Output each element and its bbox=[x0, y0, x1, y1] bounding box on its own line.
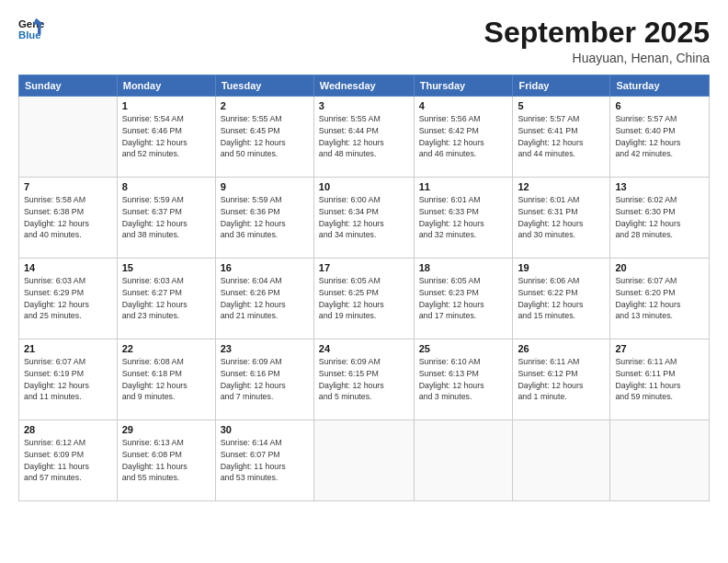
calendar-week-row: 14Sunrise: 6:03 AM Sunset: 6:29 PM Dayli… bbox=[19, 259, 710, 339]
table-row: 29Sunrise: 6:13 AM Sunset: 6:08 PM Dayli… bbox=[117, 420, 215, 501]
table-row: 26Sunrise: 6:11 AM Sunset: 6:12 PM Dayli… bbox=[513, 339, 610, 420]
day-number: 11 bbox=[419, 181, 508, 192]
calendar-week-row: 7Sunrise: 5:58 AM Sunset: 6:38 PM Daylig… bbox=[19, 178, 710, 259]
day-number: 18 bbox=[419, 262, 508, 273]
day-info: Sunrise: 5:59 AM Sunset: 6:36 PM Dayligh… bbox=[221, 194, 309, 241]
table-row: 4Sunrise: 5:56 AM Sunset: 6:42 PM Daylig… bbox=[414, 97, 513, 178]
day-number: 14 bbox=[24, 262, 112, 273]
day-info: Sunrise: 5:56 AM Sunset: 6:42 PM Dayligh… bbox=[419, 113, 508, 160]
day-info: Sunrise: 6:12 AM Sunset: 6:09 PM Dayligh… bbox=[24, 437, 112, 484]
day-info: Sunrise: 5:55 AM Sunset: 6:45 PM Dayligh… bbox=[221, 113, 309, 160]
table-row: 21Sunrise: 6:07 AM Sunset: 6:19 PM Dayli… bbox=[19, 339, 118, 420]
day-info: Sunrise: 6:10 AM Sunset: 6:13 PM Dayligh… bbox=[419, 356, 508, 403]
day-number: 6 bbox=[615, 100, 704, 111]
day-info: Sunrise: 6:01 AM Sunset: 6:31 PM Dayligh… bbox=[518, 194, 605, 241]
table-row: 2Sunrise: 5:55 AM Sunset: 6:45 PM Daylig… bbox=[215, 97, 313, 178]
day-number: 23 bbox=[221, 343, 309, 354]
table-row: 24Sunrise: 6:09 AM Sunset: 6:15 PM Dayli… bbox=[313, 339, 414, 420]
title-block: September 2025 Huayuan, Henan, China bbox=[484, 17, 710, 65]
table-row: 5Sunrise: 5:57 AM Sunset: 6:41 PM Daylig… bbox=[513, 97, 610, 178]
col-thursday: Thursday bbox=[414, 75, 513, 97]
day-number: 9 bbox=[221, 181, 309, 192]
logo-icon: General Blue bbox=[18, 17, 44, 42]
day-number: 28 bbox=[24, 424, 112, 435]
day-number: 22 bbox=[122, 343, 210, 354]
calendar-week-row: 21Sunrise: 6:07 AM Sunset: 6:19 PM Dayli… bbox=[19, 339, 710, 420]
day-number: 19 bbox=[518, 262, 605, 273]
day-number: 8 bbox=[122, 181, 210, 192]
day-number: 2 bbox=[221, 100, 309, 111]
table-row bbox=[414, 420, 513, 501]
day-number: 25 bbox=[419, 343, 508, 354]
table-row: 7Sunrise: 5:58 AM Sunset: 6:38 PM Daylig… bbox=[19, 178, 118, 259]
svg-text:Blue: Blue bbox=[18, 29, 41, 40]
table-row: 17Sunrise: 6:05 AM Sunset: 6:25 PM Dayli… bbox=[313, 259, 414, 339]
table-row: 23Sunrise: 6:09 AM Sunset: 6:16 PM Dayli… bbox=[215, 339, 313, 420]
col-friday: Friday bbox=[513, 75, 610, 97]
calendar-week-row: 28Sunrise: 6:12 AM Sunset: 6:09 PM Dayli… bbox=[19, 420, 710, 501]
col-sunday: Sunday bbox=[19, 75, 118, 97]
table-row: 11Sunrise: 6:01 AM Sunset: 6:33 PM Dayli… bbox=[414, 178, 513, 259]
day-info: Sunrise: 5:59 AM Sunset: 6:37 PM Dayligh… bbox=[122, 194, 210, 241]
day-number: 27 bbox=[615, 343, 704, 354]
day-info: Sunrise: 6:07 AM Sunset: 6:19 PM Dayligh… bbox=[24, 356, 112, 403]
calendar-week-row: 1Sunrise: 5:54 AM Sunset: 6:46 PM Daylig… bbox=[19, 97, 710, 178]
day-info: Sunrise: 6:11 AM Sunset: 6:12 PM Dayligh… bbox=[518, 356, 605, 403]
day-info: Sunrise: 6:03 AM Sunset: 6:27 PM Dayligh… bbox=[122, 275, 210, 322]
table-row bbox=[610, 420, 710, 501]
day-number: 30 bbox=[221, 424, 309, 435]
day-info: Sunrise: 6:06 AM Sunset: 6:22 PM Dayligh… bbox=[518, 275, 605, 322]
day-info: Sunrise: 6:05 AM Sunset: 6:25 PM Dayligh… bbox=[319, 275, 409, 322]
table-row: 16Sunrise: 6:04 AM Sunset: 6:26 PM Dayli… bbox=[215, 259, 313, 339]
page: General Blue September 2025 Huayuan, Hen… bbox=[0, 0, 728, 563]
table-row: 27Sunrise: 6:11 AM Sunset: 6:11 PM Dayli… bbox=[610, 339, 710, 420]
calendar-table: Sunday Monday Tuesday Wednesday Thursday… bbox=[18, 75, 710, 501]
day-info: Sunrise: 5:58 AM Sunset: 6:38 PM Dayligh… bbox=[24, 194, 112, 241]
table-row: 14Sunrise: 6:03 AM Sunset: 6:29 PM Dayli… bbox=[19, 259, 118, 339]
table-row: 9Sunrise: 5:59 AM Sunset: 6:36 PM Daylig… bbox=[215, 178, 313, 259]
day-info: Sunrise: 6:14 AM Sunset: 6:07 PM Dayligh… bbox=[221, 437, 309, 484]
table-row: 6Sunrise: 5:57 AM Sunset: 6:40 PM Daylig… bbox=[610, 97, 710, 178]
day-info: Sunrise: 5:57 AM Sunset: 6:41 PM Dayligh… bbox=[518, 113, 605, 160]
table-row bbox=[19, 97, 118, 178]
month-title: September 2025 bbox=[484, 17, 710, 49]
table-row: 8Sunrise: 5:59 AM Sunset: 6:37 PM Daylig… bbox=[117, 178, 215, 259]
day-number: 26 bbox=[518, 343, 605, 354]
day-info: Sunrise: 6:01 AM Sunset: 6:33 PM Dayligh… bbox=[419, 194, 508, 241]
col-saturday: Saturday bbox=[610, 75, 710, 97]
table-row: 12Sunrise: 6:01 AM Sunset: 6:31 PM Dayli… bbox=[513, 178, 610, 259]
table-row: 13Sunrise: 6:02 AM Sunset: 6:30 PM Dayli… bbox=[610, 178, 710, 259]
table-row: 25Sunrise: 6:10 AM Sunset: 6:13 PM Dayli… bbox=[414, 339, 513, 420]
day-info: Sunrise: 5:55 AM Sunset: 6:44 PM Dayligh… bbox=[319, 113, 409, 160]
col-wednesday: Wednesday bbox=[313, 75, 414, 97]
header: General Blue September 2025 Huayuan, Hen… bbox=[18, 17, 710, 65]
day-number: 1 bbox=[122, 100, 210, 111]
day-info: Sunrise: 6:00 AM Sunset: 6:34 PM Dayligh… bbox=[319, 194, 409, 241]
day-info: Sunrise: 6:11 AM Sunset: 6:11 PM Dayligh… bbox=[615, 356, 704, 403]
day-info: Sunrise: 6:05 AM Sunset: 6:23 PM Dayligh… bbox=[419, 275, 508, 322]
table-row: 10Sunrise: 6:00 AM Sunset: 6:34 PM Dayli… bbox=[313, 178, 414, 259]
table-row: 22Sunrise: 6:08 AM Sunset: 6:18 PM Dayli… bbox=[117, 339, 215, 420]
day-info: Sunrise: 5:57 AM Sunset: 6:40 PM Dayligh… bbox=[615, 113, 704, 160]
day-info: Sunrise: 6:02 AM Sunset: 6:30 PM Dayligh… bbox=[615, 194, 704, 241]
day-info: Sunrise: 6:09 AM Sunset: 6:16 PM Dayligh… bbox=[221, 356, 309, 403]
table-row: 18Sunrise: 6:05 AM Sunset: 6:23 PM Dayli… bbox=[414, 259, 513, 339]
day-info: Sunrise: 6:07 AM Sunset: 6:20 PM Dayligh… bbox=[615, 275, 704, 322]
table-row bbox=[513, 420, 610, 501]
day-number: 17 bbox=[319, 262, 409, 273]
table-row: 30Sunrise: 6:14 AM Sunset: 6:07 PM Dayli… bbox=[215, 420, 313, 501]
table-row: 1Sunrise: 5:54 AM Sunset: 6:46 PM Daylig… bbox=[117, 97, 215, 178]
day-number: 24 bbox=[319, 343, 409, 354]
day-info: Sunrise: 6:04 AM Sunset: 6:26 PM Dayligh… bbox=[221, 275, 309, 322]
day-number: 7 bbox=[24, 181, 112, 192]
logo: General Blue bbox=[18, 17, 44, 42]
table-row bbox=[313, 420, 414, 501]
day-info: Sunrise: 5:54 AM Sunset: 6:46 PM Dayligh… bbox=[122, 113, 210, 160]
day-info: Sunrise: 6:13 AM Sunset: 6:08 PM Dayligh… bbox=[122, 437, 210, 484]
day-number: 29 bbox=[122, 424, 210, 435]
day-info: Sunrise: 6:09 AM Sunset: 6:15 PM Dayligh… bbox=[319, 356, 409, 403]
col-tuesday: Tuesday bbox=[215, 75, 313, 97]
table-row: 28Sunrise: 6:12 AM Sunset: 6:09 PM Dayli… bbox=[19, 420, 118, 501]
day-number: 5 bbox=[518, 100, 605, 111]
table-row: 3Sunrise: 5:55 AM Sunset: 6:44 PM Daylig… bbox=[313, 97, 414, 178]
